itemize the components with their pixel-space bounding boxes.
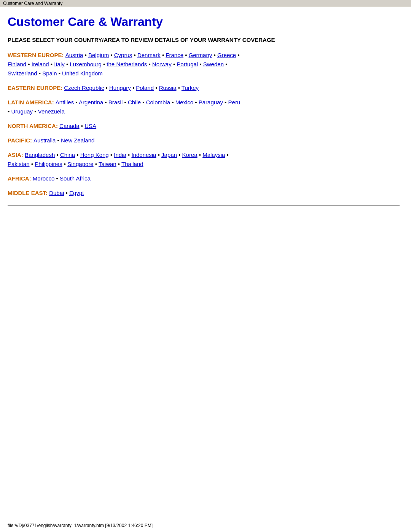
country-taiwan[interactable]: Taiwan xyxy=(99,161,116,167)
country-netherlands[interactable]: the Netherlands xyxy=(107,61,147,67)
country-colombia[interactable]: Colombia xyxy=(146,99,170,105)
country-australia[interactable]: Australia xyxy=(33,137,56,144)
country-ireland[interactable]: Ireland xyxy=(32,61,49,67)
country-morocco[interactable]: Morocco xyxy=(33,175,55,182)
tab-bar: Customer Care and Warranty xyxy=(0,0,411,7)
region-africa: AFRICA: Morocco • South Africa xyxy=(8,174,400,183)
country-spain[interactable]: Spain xyxy=(42,70,57,77)
country-paraguay[interactable]: Paraguay xyxy=(199,99,223,105)
region-eastern-europe: EASTERN EUROPE: Czech Republic • Hungary… xyxy=(8,83,400,93)
country-singapore[interactable]: Singapore xyxy=(67,161,93,167)
country-chile[interactable]: Chile xyxy=(128,99,141,105)
country-france[interactable]: France xyxy=(166,52,183,58)
country-luxembourg[interactable]: Luxembourg xyxy=(70,61,101,67)
footer-text: file:///D|/03771/english/warranty_1/warr… xyxy=(8,523,153,528)
country-argentina[interactable]: Argentina xyxy=(79,99,103,105)
country-hungary[interactable]: Hungary xyxy=(109,85,131,91)
region-label-pacific: PACIFIC: xyxy=(8,137,33,144)
region-label-western-europe: WESTERN EUROPE: xyxy=(8,52,65,58)
country-portugal[interactable]: Portugal xyxy=(177,61,198,67)
country-belgium[interactable]: Belgium xyxy=(88,52,109,58)
country-antilles[interactable]: Antilles xyxy=(56,99,74,105)
country-cyprus[interactable]: Cyprus xyxy=(114,52,132,58)
country-switzerland[interactable]: Switzerland xyxy=(8,70,37,77)
region-label-asia: ASIA: xyxy=(8,152,25,158)
region-middle-east: MIDDLE EAST: Dubai • Egypt xyxy=(8,189,400,198)
page-title: Customer Care & Warranty xyxy=(8,15,400,29)
country-korea[interactable]: Korea xyxy=(182,152,198,158)
region-asia: ASIA: Bangladesh • China • Hong Kong • I… xyxy=(8,150,400,169)
country-austria[interactable]: Austria xyxy=(65,52,83,58)
country-bangladesh[interactable]: Bangladesh xyxy=(25,152,55,158)
footer: file:///D|/03771/english/warranty_1/warr… xyxy=(8,523,153,528)
country-hong-kong[interactable]: Hong Kong xyxy=(80,152,109,158)
country-usa[interactable]: USA xyxy=(84,123,96,129)
country-canada[interactable]: Canada xyxy=(59,123,80,129)
country-venezuela[interactable]: Venezuela xyxy=(38,108,65,115)
region-latin-america: LATIN AMERICA: Antilles • Argentina • Br… xyxy=(8,98,400,116)
region-north-america: NORTH AMERICA: Canada • USA xyxy=(8,121,400,131)
country-norway[interactable]: Norway xyxy=(152,61,172,67)
region-pacific: PACIFIC: Australia • New Zealand xyxy=(8,136,400,145)
country-uruguay[interactable]: Uruguay xyxy=(11,108,33,115)
country-poland[interactable]: Poland xyxy=(136,85,154,91)
region-western-europe: WESTERN EUROPE: Austria • Belgium • Cypr… xyxy=(8,51,400,78)
country-italy[interactable]: Italy xyxy=(54,61,65,67)
country-malaysia[interactable]: Malaysia xyxy=(202,152,225,158)
country-japan[interactable]: Japan xyxy=(161,152,177,158)
country-china[interactable]: China xyxy=(60,152,75,158)
country-new-zealand[interactable]: New Zealand xyxy=(61,137,94,144)
country-dubai[interactable]: Dubai xyxy=(49,190,64,196)
region-label-north-america: NORTH AMERICA: xyxy=(8,123,59,129)
tab-title: Customer Care and Warranty xyxy=(3,1,62,6)
horizontal-rule xyxy=(8,205,400,206)
country-greece[interactable]: Greece xyxy=(217,52,236,58)
country-finland[interactable]: Finland xyxy=(8,61,26,67)
region-label-latin-america: LATIN AMERICA: xyxy=(8,99,56,105)
country-russia[interactable]: Russia xyxy=(159,85,177,91)
country-denmark[interactable]: Denmark xyxy=(137,52,161,58)
country-egypt[interactable]: Egypt xyxy=(69,190,84,196)
country-czech-republic[interactable]: Czech Republic xyxy=(64,85,104,91)
main-content: Customer Care & Warranty PLEASE SELECT Y… xyxy=(0,7,411,221)
country-thailand[interactable]: Thailand xyxy=(121,161,143,167)
country-india[interactable]: India xyxy=(114,152,126,158)
country-united-kingdom[interactable]: United Kingdom xyxy=(62,70,103,77)
region-label-africa: AFRICA: xyxy=(8,175,33,182)
country-philippines[interactable]: Philippines xyxy=(35,161,62,167)
country-brasil[interactable]: Brasil xyxy=(108,99,123,105)
country-south-africa[interactable]: South Africa xyxy=(60,175,91,182)
country-turkey[interactable]: Turkey xyxy=(182,85,199,91)
page-subtitle: PLEASE SELECT YOUR COUNTRY/AREA TO REVIE… xyxy=(8,37,400,43)
region-label-eastern-europe: EASTERN EUROPE: xyxy=(8,85,64,91)
country-sweden[interactable]: Sweden xyxy=(203,61,224,67)
country-peru[interactable]: Peru xyxy=(228,99,241,105)
country-mexico[interactable]: Mexico xyxy=(175,99,194,105)
country-germany[interactable]: Germany xyxy=(189,52,212,58)
country-pakistan[interactable]: Pakistan xyxy=(8,161,30,167)
country-indonesia[interactable]: Indonesia xyxy=(131,152,156,158)
region-label-middle-east: MIDDLE EAST: xyxy=(8,190,49,196)
